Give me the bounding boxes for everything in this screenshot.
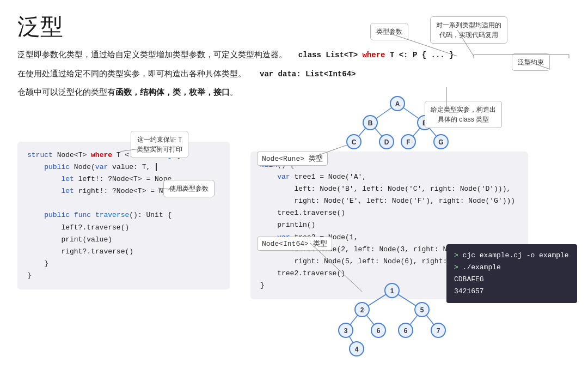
svg-line-3 <box>370 123 387 142</box>
node-int64-label: Node<Int64> 类型 <box>257 237 332 251</box>
svg-point-18 <box>434 135 448 149</box>
svg-point-8 <box>363 116 377 130</box>
svg-text:7: 7 <box>437 327 440 335</box>
svg-line-22 <box>346 310 362 330</box>
struct-code-line: public func traverse(): Unit { <box>27 209 220 221</box>
desc-line-1: 泛型即参数化类型，通过给自定义类型增加类型参数，可定义类型构造器。 class … <box>17 47 571 62</box>
callout-generic-constraint-label: 泛型约束 <box>518 58 544 66</box>
svg-text:6: 6 <box>377 327 381 335</box>
svg-line-23 <box>362 310 378 330</box>
inline-code-header: class List<T> where T <: P { ... } <box>298 51 454 59</box>
svg-text:2: 2 <box>360 306 364 314</box>
main-code-line: var tree1 = Node('A', <box>260 171 518 183</box>
struct-code-line: public Node(var value: T, <box>27 161 220 173</box>
main-code-line: tree1.traverse() <box>260 207 518 219</box>
struct-code-line: } <box>27 258 220 270</box>
svg-point-37 <box>399 323 413 337</box>
svg-line-25 <box>422 310 438 330</box>
description-block: 泛型即参数化类型，通过给自定义类型增加类型参数，可定义类型构造器。 class … <box>17 47 571 99</box>
svg-point-16 <box>401 135 415 149</box>
svg-text:D: D <box>384 138 389 146</box>
desc-line-2: 在使用处通过给定不同的类型实参，即可构造出各种具体类型。 var data: L… <box>17 66 571 81</box>
svg-text:G: G <box>438 138 443 146</box>
callout-concrete-type-text: 给定类型实参，构造出具体的 class 类型 <box>431 106 496 123</box>
desc-line-3: 仓颉中可以泛型化的类型有函数，结构体，类，枚举，接口。 <box>17 84 571 99</box>
svg-line-0 <box>370 104 397 123</box>
terminal-line-1: > cjc example.cj -o example <box>454 250 569 262</box>
main-code-line: right: Node('E', left: Node('F'), right:… <box>260 195 518 207</box>
svg-text:F: F <box>406 138 410 146</box>
svg-text:B: B <box>368 119 373 127</box>
callout-reuse-text: 对一系列类型均适用的代码，实现代码复用 <box>436 21 501 39</box>
svg-point-41 <box>350 342 364 356</box>
callout-print-constraint: 这一约束保证 T类型实例可打印 <box>131 131 188 158</box>
svg-point-35 <box>371 323 385 337</box>
callout-use-type-param: 使用类型参数 <box>163 180 215 197</box>
struct-code-block: struct Node<T> where T <: ToString { pub… <box>17 142 230 289</box>
callout-concrete-type: 给定类型实参，构造出具体的 class 类型 <box>425 101 502 128</box>
terminal-line-4: 3421657 <box>454 286 569 298</box>
svg-point-33 <box>339 323 353 337</box>
svg-text:6: 6 <box>404 327 408 335</box>
svg-point-29 <box>355 303 369 317</box>
main-code-line: left: Node('B', left: Node('C', right: N… <box>260 183 518 195</box>
svg-line-26 <box>346 330 357 349</box>
node-rune-label: Node<Rune> 类型 <box>257 152 328 166</box>
callout-type-param-label: 类型参数 <box>376 28 402 35</box>
svg-text:C: C <box>352 138 357 146</box>
terminal-block: > cjc example.cj -o example > ./example … <box>446 244 577 303</box>
terminal-line-2: > ./example <box>454 262 569 274</box>
svg-line-24 <box>406 310 422 330</box>
svg-line-4 <box>408 123 425 142</box>
svg-point-31 <box>415 303 429 317</box>
svg-point-12 <box>347 135 361 149</box>
svg-point-39 <box>431 323 445 337</box>
struct-code-line: left?.traverse() <box>27 222 220 234</box>
callout-reuse: 对一系列类型均适用的代码，实现代码复用 <box>430 16 507 44</box>
struct-code-line: struct Node<T> where T <: ToString { <box>27 149 220 161</box>
svg-text:3: 3 <box>344 327 348 335</box>
svg-text:A: A <box>395 100 400 108</box>
callout-generic-constraint: 泛型约束 <box>512 53 550 71</box>
svg-line-1 <box>397 104 425 123</box>
struct-code-line: } <box>27 270 220 282</box>
inline-code-var: var data: List<Int64> <box>260 70 356 78</box>
svg-line-2 <box>354 123 370 142</box>
svg-point-14 <box>379 135 394 149</box>
terminal-line-3: CDBAFEG <box>454 274 569 286</box>
callout-type-param: 类型参数 <box>370 23 408 40</box>
svg-text:5: 5 <box>420 306 424 314</box>
struct-code-line: right?.traverse() <box>27 246 220 258</box>
svg-text:4: 4 <box>355 346 359 353</box>
callout-print-constraint-text: 这一约束保证 T类型实例可打印 <box>137 136 182 153</box>
callout-use-type-param-text: 使用类型参数 <box>169 185 209 192</box>
main-code-line: println() <box>260 219 518 231</box>
struct-code-line: print(value) <box>27 234 220 246</box>
